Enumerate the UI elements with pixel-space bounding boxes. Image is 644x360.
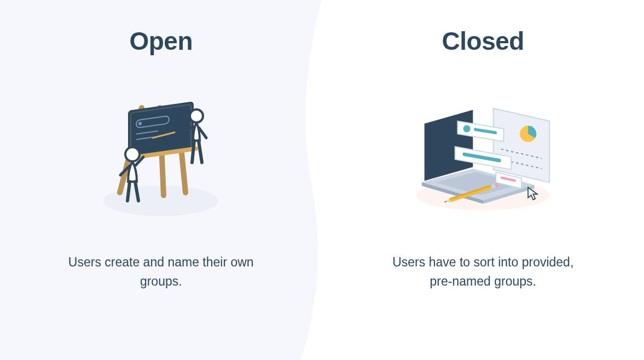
closed-heading: Closed — [442, 26, 524, 56]
closed-illustration — [407, 83, 560, 225]
closed-panel: Closed — [322, 0, 645, 360]
open-description: Users create and name their own groups. — [62, 253, 259, 291]
closed-description: Users have to sort into provided, pre-na… — [385, 253, 582, 291]
svg-line-20 — [127, 182, 130, 201]
open-heading: Open — [129, 26, 193, 56]
whiteboard-people-icon — [90, 91, 232, 217]
laptop-cards-icon — [407, 89, 560, 220]
open-illustration — [84, 83, 237, 225]
svg-point-11 — [190, 109, 203, 123]
svg-point-26 — [463, 125, 470, 132]
svg-point-17 — [125, 147, 140, 161]
comparison-container: Open — [0, 0, 644, 360]
svg-line-15 — [199, 141, 202, 162]
open-panel: Open — [0, 0, 322, 360]
svg-line-14 — [192, 141, 194, 162]
